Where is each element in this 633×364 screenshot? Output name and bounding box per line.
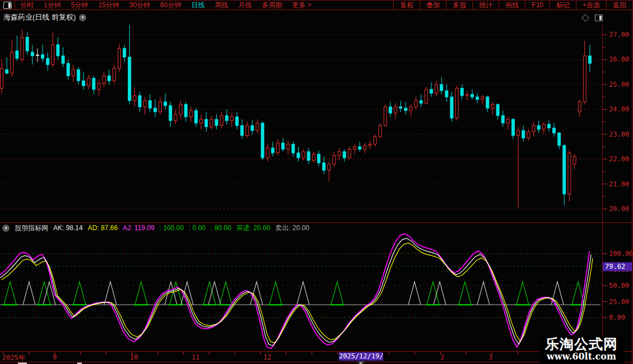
indicator-value-aj: AJ: 119.09 (123, 224, 154, 232)
button-overlay[interactable]: 叠加 (420, 1, 446, 10)
tab-more[interactable]: 更多 > (287, 1, 316, 10)
layout-toggle-icon[interactable] (3, 2, 12, 9)
indicator-line-ak (0, 239, 591, 346)
tab-daily[interactable]: 日线 (186, 1, 210, 10)
tab-fenshi[interactable]: 分时 (15, 1, 39, 10)
indicator-param-0: : 0.00 (189, 224, 206, 232)
axis-label: 24.00 (609, 105, 629, 113)
indicator-header: ▾ 股朋指标网 AK: 98.14 AD: 87.66 AJ: 119.09 :… (2, 223, 309, 232)
indicator-line-ad (2, 243, 593, 343)
tab-monthly[interactable]: 月线 (233, 1, 257, 10)
tab-5min[interactable]: 5分钟 (66, 1, 94, 10)
frame-lines (0, 0, 633, 364)
indicator-panel[interactable]: 100.0075.0050.0025.000.0079.62 (0, 234, 633, 349)
main-grid: 20.0021.0022.0023.0024.0025.0026.0027.00 (0, 31, 629, 213)
button-f10[interactable]: F10 (525, 1, 550, 9)
indicator-value-ad: AD: 87.66 (88, 224, 118, 232)
axis-label: 21.00 (609, 180, 629, 188)
indicator-param-80: : 80.00 (211, 224, 231, 232)
chart-canvas[interactable]: 20.0021.0022.0023.0024.0025.0026.0027.00… (0, 0, 633, 364)
axis-month-label: 2 (440, 353, 444, 361)
axis-label: 20.00 (609, 205, 629, 213)
tab-15min[interactable]: 15分钟 (93, 1, 124, 10)
tab-30min[interactable]: 30分钟 (124, 1, 155, 10)
toolbar-right-group: 复权 叠加 多股 统计 画线 F10 标记 +自选 返回 (393, 1, 633, 10)
split-panel-icon[interactable] (595, 15, 603, 21)
tab-multi-period[interactable]: 多周期 (257, 1, 287, 10)
app-window: 20.0021.0022.0023.0024.0025.0026.0027.00… (0, 0, 633, 364)
indicator-collapse-icon[interactable]: ▾ (2, 225, 10, 232)
chart-corner-icons (583, 15, 603, 21)
selected-date-badge: 2025/12/19/五 (339, 352, 383, 361)
site-watermark: 乐淘公式网 www.60lt.com (539, 335, 623, 363)
watermark-name: 乐淘公式网 (545, 337, 618, 352)
indicator-sell-level: 卖出: 20.00 (275, 223, 309, 233)
diamond-marker-icon[interactable] (581, 14, 589, 22)
watermark-url: www.60lt.com (545, 352, 618, 361)
button-back[interactable]: 返回 (607, 1, 632, 10)
axis-month-label: 9 (53, 353, 57, 361)
axis-month-label: 12 (263, 353, 271, 361)
button-statistics[interactable]: 统计 (473, 1, 499, 10)
chevron-down-icon[interactable]: ▾ (79, 14, 86, 21)
stock-title: 海森药业(日线 前复权) (3, 12, 76, 22)
indicator-buy-level: 买进: 20.00 (236, 223, 271, 233)
axis-month-label: 3 (488, 353, 492, 361)
axis-month-label: 10 (130, 353, 138, 361)
button-mark[interactable]: 标记 (550, 1, 576, 10)
button-fuquan[interactable]: 复权 (394, 1, 420, 10)
axis-label: 23.00 (609, 130, 629, 138)
indicator-lines (0, 234, 593, 349)
indicator-param-100: : 100.00 (160, 224, 184, 232)
tab-1min[interactable]: 1分钟 (39, 1, 66, 10)
axis-label: 100.00 (609, 250, 633, 258)
candlestick-series[interactable] (1, 24, 592, 208)
axis-label: 25.00 (609, 298, 629, 306)
period-toolbar: 分时 1分钟 5分钟 15分钟 30分钟 60分钟 日线 周线 月线 多周期 更… (0, 0, 633, 10)
axis-label: 79.62 (605, 263, 625, 270)
axis-label: 0.00 (609, 314, 625, 321)
axis-label: 26.00 (609, 55, 629, 63)
axis-label: 25.00 (609, 81, 629, 88)
button-multi-stock[interactable]: 多股 (446, 1, 472, 10)
axis-year-label: 2025年 (2, 353, 25, 363)
button-draw-line[interactable]: 画线 (499, 1, 525, 10)
button-add-watchlist[interactable]: +自选 (576, 1, 606, 10)
indicator-name[interactable]: 股朋指标网 (15, 223, 48, 233)
tab-weekly[interactable]: 周线 (210, 1, 233, 10)
tab-60min[interactable]: 60分钟 (155, 1, 186, 10)
indicator-value-ak: AK: 98.14 (53, 224, 83, 232)
axis-label: 22.00 (609, 155, 629, 163)
axis-month-label: 11 (192, 353, 199, 361)
stock-title-bar: 海森药业(日线 前复权) ▾ (3, 12, 86, 22)
axis-label: 27.00 (609, 31, 629, 39)
indicator-last-value-badge: 79.62 (603, 262, 632, 271)
axis-label: 50.00 (609, 282, 629, 290)
